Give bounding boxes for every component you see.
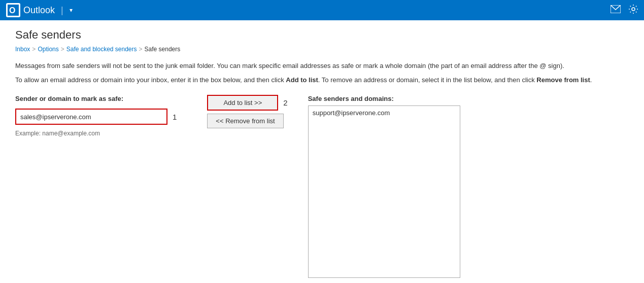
breadcrumb-safe-blocked[interactable]: Safe and blocked senders — [66, 46, 137, 53]
topbar-dropdown[interactable]: ▾ — [70, 7, 73, 14]
main-content: Safe senders Inbox > Options > Safe and … — [0, 20, 644, 283]
desc2-bold2: Remove from list — [536, 76, 590, 84]
breadcrumb-sep1: > — [32, 46, 36, 53]
breadcrumb: Inbox > Options > Safe and blocked sende… — [15, 46, 629, 53]
add-to-list-button[interactable]: Add to list >> — [207, 95, 278, 111]
breadcrumb-inbox[interactable]: Inbox — [15, 46, 30, 53]
topbar-left: O Outlook | ▾ — [6, 3, 73, 17]
desc2-part2: . To remove an address or domain, select… — [318, 76, 536, 84]
buttons-section: Add to list >> 2 << Remove from list — [207, 95, 287, 128]
example-text: Example: name@example.com — [15, 130, 177, 137]
description-line1: Messages from safe senders will not be s… — [15, 61, 629, 71]
breadcrumb-sep3: > — [139, 46, 143, 53]
remove-from-list-button[interactable]: << Remove from list — [207, 114, 283, 128]
description-line2: To allow an email address or domain into… — [15, 75, 629, 85]
desc2-bold1: Add to list — [286, 76, 318, 84]
breadcrumb-sep2: > — [61, 46, 64, 53]
topbar-divider: | — [61, 5, 63, 16]
svg-point-3 — [632, 8, 635, 11]
remove-btn-row: << Remove from list — [207, 114, 287, 128]
svg-text:O: O — [9, 6, 15, 15]
list-item[interactable]: support@ipserverone.com — [311, 108, 458, 118]
topbar-right — [611, 5, 638, 16]
safe-senders-section: Safe senders and domains: support@ipserv… — [308, 95, 629, 278]
outlook-name: Outlook — [23, 5, 55, 16]
message-icon[interactable] — [611, 5, 621, 15]
safe-senders-label: Safe senders and domains: — [308, 95, 629, 102]
add-btn-row: Add to list >> 2 — [207, 95, 287, 111]
outlook-logo: O Outlook — [6, 3, 55, 17]
email-input[interactable] — [15, 109, 167, 125]
topbar: O Outlook | ▾ — [0, 0, 644, 20]
outlook-logo-icon: O — [6, 3, 20, 17]
desc2-part1: To allow an email address or domain into… — [15, 76, 286, 84]
page-title: Safe senders — [15, 28, 629, 42]
form-area: Sender or domain to mark as safe: 1 Exam… — [15, 95, 629, 278]
left-section: Sender or domain to mark as safe: 1 Exam… — [15, 95, 177, 137]
field-label: Sender or domain to mark as safe: — [15, 95, 177, 102]
input-row: 1 — [15, 109, 177, 125]
breadcrumb-options[interactable]: Options — [38, 46, 58, 53]
step1-label: 1 — [173, 113, 177, 121]
step2-label: 2 — [283, 98, 287, 107]
settings-icon[interactable] — [629, 5, 638, 16]
breadcrumb-current: Safe senders — [145, 46, 181, 53]
desc2-part3: . — [590, 76, 592, 84]
safe-senders-list[interactable]: support@ipserverone.com — [308, 105, 460, 278]
